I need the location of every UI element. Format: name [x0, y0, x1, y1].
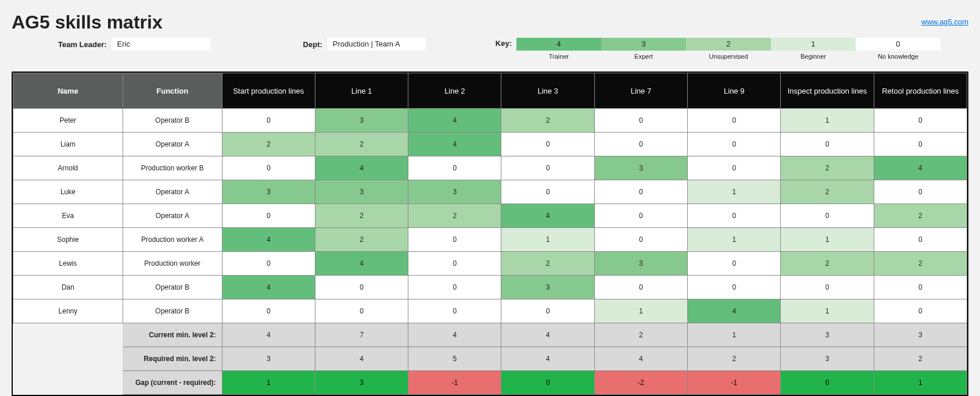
key-swatch: 3	[601, 38, 686, 51]
cell-skill[interactable]: 0	[688, 133, 781, 156]
cell-skill[interactable]: 0	[315, 276, 408, 299]
cell-skill[interactable]: 0	[222, 299, 315, 323]
col-name: Name	[13, 73, 123, 109]
cell-skill[interactable]: 2	[315, 228, 408, 252]
cell-skill[interactable]: 0	[222, 156, 315, 180]
cell-skill[interactable]: 3	[315, 180, 408, 204]
cell-skill[interactable]: 1	[688, 228, 781, 252]
cell-skill[interactable]: 0	[594, 228, 687, 252]
summary-cell: 4	[315, 347, 408, 371]
cell-skill[interactable]: 0	[408, 276, 501, 299]
key-label: Key:	[496, 38, 512, 48]
site-link[interactable]: www.ag5.com	[921, 17, 968, 26]
cell-name: Peter	[13, 109, 123, 133]
cell-function: Production worker B	[123, 156, 222, 180]
cell-skill[interactable]: 3	[408, 180, 501, 204]
cell-skill[interactable]: 4	[315, 252, 408, 276]
cell-skill[interactable]: 4	[408, 109, 501, 133]
cell-skill[interactable]: 4	[222, 228, 315, 252]
cell-skill[interactable]: 2	[501, 252, 594, 276]
cell-skill[interactable]: 0	[501, 133, 594, 156]
cell-name: Dan	[13, 276, 123, 299]
cell-skill[interactable]: 0	[874, 228, 967, 252]
col-skill: Line 9	[688, 73, 781, 109]
cell-skill[interactable]: 4	[408, 133, 501, 156]
cell-skill[interactable]: 3	[222, 180, 315, 204]
team-leader-field: Team Leader: Eric	[58, 38, 210, 51]
cell-skill[interactable]: 0	[408, 252, 501, 276]
cell-skill[interactable]: 3	[315, 109, 408, 133]
key-swatch: 2	[686, 38, 771, 51]
cell-skill[interactable]: 2	[781, 180, 874, 204]
cell-skill[interactable]: 2	[874, 204, 967, 228]
dept-field: Dept: Production | Team A	[303, 38, 426, 51]
cell-skill[interactable]: 1	[781, 299, 874, 323]
cell-skill[interactable]: 0	[781, 276, 874, 299]
cell-skill[interactable]: 2	[408, 204, 501, 228]
cell-skill[interactable]: 0	[688, 109, 781, 133]
summary-cell: 2	[594, 323, 687, 347]
dept-label: Dept:	[303, 40, 322, 49]
cell-skill[interactable]: 0	[594, 180, 687, 204]
cell-skill[interactable]: 4	[501, 204, 594, 228]
cell-skill[interactable]: 0	[501, 156, 594, 180]
cell-skill[interactable]: 1	[781, 109, 874, 133]
cell-skill[interactable]: 2	[781, 252, 874, 276]
cell-skill[interactable]: 0	[408, 228, 501, 252]
col-skill: Line 3	[501, 73, 594, 109]
summary-cell: 3	[222, 347, 315, 371]
col-skill: Retool production lines	[874, 73, 967, 109]
cell-name: Lewis	[13, 252, 123, 276]
cell-skill[interactable]: 4	[222, 276, 315, 299]
cell-skill[interactable]: 0	[594, 133, 687, 156]
cell-skill[interactable]: 0	[594, 276, 687, 299]
cell-skill[interactable]: 0	[501, 180, 594, 204]
cell-skill[interactable]: 0	[222, 109, 315, 133]
cell-skill[interactable]: 4	[874, 156, 967, 180]
cell-skill[interactable]: 3	[501, 276, 594, 299]
cell-skill[interactable]: 0	[222, 204, 315, 228]
team-leader-label: Team Leader:	[58, 40, 107, 49]
cell-skill[interactable]: 0	[594, 109, 687, 133]
cell-name: Sophie	[13, 228, 123, 252]
cell-skill[interactable]: 2	[501, 109, 594, 133]
cell-skill[interactable]: 0	[874, 180, 967, 204]
cell-skill[interactable]: 0	[874, 276, 967, 299]
cell-skill[interactable]: 0	[222, 252, 315, 276]
cell-name: Liam	[13, 133, 123, 156]
dept-input[interactable]: Production | Team A	[327, 38, 426, 51]
cell-skill[interactable]: 4	[688, 299, 781, 323]
cell-skill[interactable]: 0	[874, 299, 967, 323]
cell-skill[interactable]: 0	[688, 276, 781, 299]
cell-skill[interactable]: 0	[781, 204, 874, 228]
cell-skill[interactable]: 1	[781, 228, 874, 252]
cell-skill[interactable]: 0	[315, 299, 408, 323]
cell-skill[interactable]: 2	[874, 252, 967, 276]
cell-skill[interactable]: 0	[408, 299, 501, 323]
cell-skill[interactable]: 0	[688, 252, 781, 276]
table-row: PeterOperator B03420010	[13, 109, 967, 133]
cell-skill[interactable]: 0	[781, 133, 874, 156]
cell-skill[interactable]: 4	[315, 156, 408, 180]
cell-skill[interactable]: 2	[781, 156, 874, 180]
cell-skill[interactable]: 3	[594, 252, 687, 276]
cell-skill[interactable]: 2	[315, 133, 408, 156]
cell-skill[interactable]: 3	[594, 156, 687, 180]
col-function: Function	[123, 73, 222, 109]
cell-skill[interactable]: 0	[688, 156, 781, 180]
table-row: DanOperator B40030000	[13, 276, 967, 299]
cell-skill[interactable]: 2	[222, 133, 315, 156]
cell-skill[interactable]: 0	[874, 133, 967, 156]
cell-skill[interactable]: 0	[501, 299, 594, 323]
gap-cell: 0	[781, 371, 874, 395]
cell-skill[interactable]: 2	[315, 204, 408, 228]
team-leader-input[interactable]: Eric	[112, 38, 210, 51]
cell-skill[interactable]: 1	[688, 180, 781, 204]
summary-cell: 2	[874, 347, 967, 371]
cell-skill[interactable]: 0	[874, 109, 967, 133]
cell-skill[interactable]: 0	[688, 204, 781, 228]
cell-skill[interactable]: 0	[594, 204, 687, 228]
cell-skill[interactable]: 1	[501, 228, 594, 252]
cell-skill[interactable]: 0	[408, 156, 501, 180]
cell-skill[interactable]: 1	[594, 299, 687, 323]
